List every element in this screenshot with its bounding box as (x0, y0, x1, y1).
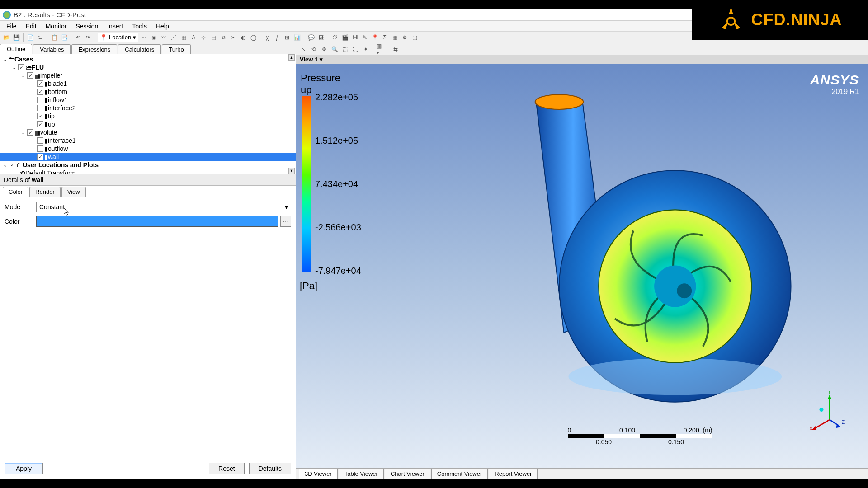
autoreport-icon[interactable]: 📑 (60, 33, 69, 42)
tab-3d-viewer[interactable]: 3D Viewer (299, 469, 338, 479)
tree-item-blade1[interactable]: ▮ blade1 (0, 80, 296, 88)
mode-dropdown[interactable]: Constant▾ (36, 202, 291, 212)
tab-calculators[interactable]: Calculators (118, 44, 161, 54)
reset-button[interactable]: Reset (209, 463, 245, 474)
chart-icon[interactable]: 📊 (292, 33, 302, 42)
tab-color[interactable]: Color (3, 187, 28, 197)
checkbox[interactable] (37, 137, 43, 144)
tree-cases[interactable]: ⌄🗀 Cases (0, 55, 296, 63)
particle-icon[interactable]: ⋰ (169, 33, 178, 42)
keyframe-icon[interactable]: 🎞 (350, 33, 359, 42)
view-menu-icon[interactable]: ▾ (320, 56, 323, 63)
color-picker-button[interactable]: … (280, 216, 291, 227)
mesh-calc-icon[interactable]: ▦ (390, 33, 399, 42)
load-icon[interactable]: 📄 (26, 33, 35, 42)
checkbox[interactable] (27, 72, 33, 79)
menu-edit[interactable]: Edit (21, 21, 41, 31)
tab-turbo[interactable]: Turbo (162, 44, 190, 54)
select-icon[interactable]: ↖ (299, 45, 308, 54)
menu-help[interactable]: Help (151, 21, 174, 31)
report-icon[interactable]: 📋 (50, 33, 59, 42)
scroll-up-icon[interactable]: ▲ (288, 54, 295, 61)
predef-view-icon[interactable]: ▥ ▾ (376, 45, 385, 54)
tree-item-bottom[interactable]: ▮ bottom (0, 88, 296, 96)
scroll-down-icon[interactable]: ▼ (288, 168, 295, 174)
table-icon[interactable]: ⊞ (283, 33, 292, 42)
3d-viewport[interactable]: Pressure up 2.282e+05 1.512e+05 7.434e+0… (296, 64, 868, 468)
streamline-icon[interactable]: 〰 (159, 33, 168, 42)
tree-item-interface1[interactable]: ▮ interface1 (0, 136, 296, 145)
rotate-icon[interactable]: ⟲ (309, 45, 318, 54)
variable-icon[interactable]: χ (263, 33, 272, 42)
checkbox[interactable] (9, 162, 15, 168)
checkbox[interactable] (37, 105, 43, 111)
checkbox[interactable] (37, 145, 43, 152)
vector-icon[interactable]: ➳ (139, 33, 148, 42)
legend-icon[interactable]: ▤ (209, 33, 218, 42)
figure-icon[interactable]: 🖼 (316, 33, 326, 42)
checkbox[interactable] (37, 121, 43, 127)
tree-user-locations[interactable]: ⌄ 🗀 User Locations and Plots (0, 161, 296, 169)
calc-macro-icon[interactable]: Σ (380, 33, 389, 42)
menu-tools[interactable]: Tools (127, 21, 151, 31)
isosurface-icon[interactable]: ◐ (239, 33, 248, 42)
comment-icon[interactable]: 💬 (307, 33, 316, 42)
tab-expressions[interactable]: Expressions (71, 44, 117, 54)
tree-item-tip[interactable]: ▮ tip (0, 112, 296, 120)
checkbox[interactable] (37, 80, 43, 87)
checkbox[interactable] (37, 113, 43, 119)
checkbox[interactable] (37, 89, 43, 95)
undo-icon[interactable]: ↶ (74, 33, 83, 42)
checkbox[interactable] (37, 154, 43, 160)
tree-item-inflow1[interactable]: ▮ inflow1 (0, 96, 296, 104)
open-icon[interactable]: 📂 (2, 33, 11, 42)
outline-tree[interactable]: ▲ ⌄🗀 Cases ⌄ 🗁 FLU ⌄ ▦ impeller ▮ blade1… (0, 54, 296, 174)
tree-item-wall[interactable]: ▮ wall (0, 153, 296, 161)
vortex-icon[interactable]: ◯ (249, 33, 258, 42)
timestep-icon[interactable]: ⏱ (330, 33, 340, 42)
contour-icon[interactable]: ◉ (149, 33, 158, 42)
zoombox-icon[interactable]: ⬚ (340, 45, 349, 54)
turbo-icon[interactable]: ⚙ (400, 33, 409, 42)
fit-icon[interactable]: ⛶ (351, 45, 360, 54)
pan-icon[interactable]: ✥ (320, 45, 329, 54)
menu-monitor[interactable]: Monitor (41, 21, 71, 31)
highlight-icon[interactable]: ✦ (361, 45, 370, 54)
tree-flu[interactable]: ⌄ 🗁 FLU (0, 63, 296, 71)
tab-table-viewer[interactable]: Table Viewer (339, 469, 384, 479)
volume-icon[interactable]: ▦ (179, 33, 188, 42)
sync-icon[interactable]: ⇆ (391, 45, 400, 54)
text-icon[interactable]: A (189, 33, 198, 42)
compare-icon[interactable]: 🗂 (36, 33, 45, 42)
axis-icon[interactable]: ⊹ (199, 33, 208, 42)
checkbox[interactable] (27, 129, 33, 136)
tab-report-viewer[interactable]: Report Viewer (489, 469, 538, 479)
last-icon[interactable]: ▢ (410, 33, 419, 42)
axis-triad[interactable]: Y X Z (809, 391, 850, 432)
animation-icon[interactable]: 🎬 (340, 33, 349, 42)
view-header[interactable]: View 1 ▾ (296, 55, 868, 64)
apply-button[interactable]: Apply (5, 463, 43, 474)
tree-default-transform[interactable]: ⟲ Default Transform (0, 169, 296, 174)
instance-icon[interactable]: ⧉ (219, 33, 228, 42)
tree-item-up[interactable]: ▮ up (0, 120, 296, 128)
tab-outline[interactable]: Outline (0, 44, 32, 54)
checkbox[interactable] (18, 64, 24, 70)
menu-insert[interactable]: Insert (103, 21, 127, 31)
tab-view[interactable]: View (61, 187, 86, 197)
menu-file[interactable]: File (2, 21, 21, 31)
save-icon[interactable]: 💾 (12, 33, 21, 42)
tab-render[interactable]: Render (29, 187, 61, 197)
quick-edit-icon[interactable]: ✎ (360, 33, 369, 42)
tree-impeller[interactable]: ⌄ ▦ impeller (0, 71, 296, 80)
zoom-icon[interactable]: 🔍 (330, 45, 339, 54)
tab-variables[interactable]: Variables (33, 44, 71, 54)
location-dropdown[interactable]: 📍Location▾ (98, 33, 138, 42)
tree-item-interface2[interactable]: ▮ interface2 (0, 104, 296, 112)
probe-icon[interactable]: 📍 (370, 33, 379, 42)
clip-icon[interactable]: ✂ (229, 33, 238, 42)
tree-volute[interactable]: ⌄ ▦ volute (0, 128, 296, 136)
menu-session[interactable]: Session (71, 21, 103, 31)
color-swatch[interactable] (36, 216, 278, 227)
expression-icon[interactable]: ƒ (273, 33, 282, 42)
